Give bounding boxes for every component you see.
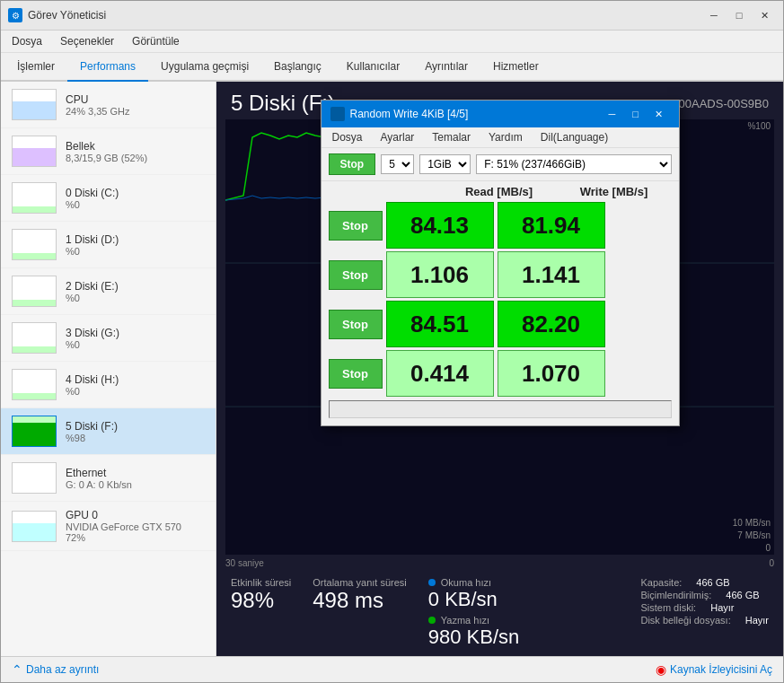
ethernet-info: Ethernet G: 0 A: 0 Kb/sn: [66, 467, 205, 490]
sidebar-item-ethernet[interactable]: Ethernet G: 0 A: 0 Kb/sn: [1, 455, 216, 502]
sidebar-item-disk1[interactable]: 1 Diski (D:) %0: [1, 222, 216, 268]
resource-monitor-link[interactable]: ◉ Kaynak İzleyicisini Aç: [656, 662, 772, 677]
ethernet-name: Ethernet: [66, 467, 205, 479]
disk4-info: 4 Diski (H:) %0: [66, 373, 205, 397]
disk0-thumb: [12, 182, 57, 214]
disk5-info: 5 Diski (F:) %98: [66, 420, 205, 443]
sidebar-item-disk0[interactable]: 0 Diski (C:) %0: [1, 175, 216, 222]
disk1-detail: %0: [66, 246, 205, 257]
bench-row-3: Stop 0.414 1.070: [329, 350, 672, 397]
disk3-detail: %0: [66, 339, 205, 350]
disk3-thumb: [12, 322, 57, 354]
disk0-detail: %0: [66, 199, 205, 210]
minimize-button[interactable]: ─: [702, 6, 726, 24]
dialog-menu-dil[interactable]: Dil(Language): [533, 129, 615, 145]
sidebar-item-bellek[interactable]: Bellek 8,3/15,9 GB (52%): [1, 128, 216, 175]
bench-read-2: 84.51: [386, 301, 494, 347]
col-read-header: Read [MB/s]: [445, 185, 553, 198]
gpu0-info: GPU 0 NVIDIA GeForce GTX 57072%: [66, 509, 205, 543]
dialog-menu: Dosya Ayarlar Temalar Yardım Dil(Languag…: [322, 127, 679, 148]
bench-row-0: Stop 84.13 81.94: [329, 202, 672, 249]
disk3-name: 3 Diski (G:): [66, 327, 205, 339]
disk5-detail: %98: [66, 433, 205, 443]
disk1-thumb: [12, 229, 57, 260]
disk1-name: 1 Diski (D:): [66, 233, 205, 246]
sidebar-item-disk3[interactable]: 3 Diski (G:) %0: [1, 315, 216, 362]
bench-read-0: 84.13: [386, 202, 494, 249]
bench-write-2: 82.20: [498, 301, 605, 347]
col-write-header: Write [MB/s]: [560, 185, 668, 198]
bellek-info: Bellek 8,3/15,9 GB (52%): [66, 140, 205, 163]
bottom-bar: ⌃ Daha az ayrıntı ◉ Kaynak İzleyicisini …: [1, 656, 783, 682]
gpu0-thumb: [12, 511, 57, 542]
tab-kullanicilar[interactable]: Kullanıcılar: [334, 53, 412, 82]
size-select[interactable]: 1GiB: [419, 154, 471, 174]
stop-btn-1[interactable]: Stop: [329, 260, 383, 290]
dialog-title-label: Random Write 4KiB [4/5]: [350, 108, 469, 120]
sidebar-item-cpu[interactable]: CPU 24% 3,35 GHz: [1, 82, 216, 128]
less-detail-link[interactable]: ⌃ Daha az ayrıntı: [12, 662, 99, 677]
dialog-controls: ─ □ ✕: [602, 106, 670, 122]
sidebar-item-disk2[interactable]: 2 Diski (E:) %0: [1, 268, 216, 315]
bellek-name: Bellek: [66, 140, 205, 153]
sidebar-item-disk5[interactable]: 5 Diski (F:) %98: [1, 408, 216, 455]
tab-baslangic[interactable]: Başlangıç: [261, 53, 334, 82]
dialog-close-btn[interactable]: ✕: [648, 106, 670, 122]
resource-icon: ◉: [656, 662, 666, 677]
window-title: Görev Yöneticisi: [28, 9, 702, 22]
sidebar-item-disk4[interactable]: 4 Diski (H:) %0: [1, 362, 216, 408]
stop-btn-0[interactable]: Stop: [329, 211, 383, 241]
tab-islemler[interactable]: İşlemler: [4, 53, 67, 82]
stop-btn-2[interactable]: Stop: [329, 310, 383, 339]
tab-hizmetler[interactable]: Hizmetler: [480, 53, 551, 82]
cpu-name: CPU: [66, 93, 205, 106]
dialog-minimize-btn[interactable]: ─: [602, 106, 623, 122]
dialog-title-icon: [330, 107, 345, 121]
gpu0-detail: NVIDIA GeForce GTX 57072%: [66, 521, 205, 543]
dialog-status-bar: [329, 400, 672, 418]
stop-btn-3[interactable]: Stop: [329, 359, 383, 389]
tab-ayrintilar[interactable]: Ayrıntılar: [412, 53, 480, 82]
dialog-menu-dosya[interactable]: Dosya: [325, 129, 370, 145]
disk0-name: 0 Diski (C:): [66, 187, 205, 199]
bellek-thumb: [12, 136, 57, 167]
cpu-detail: 24% 3,35 GHz: [66, 106, 205, 117]
tab-uygulama[interactable]: Uygulama geçmişi: [148, 53, 261, 82]
disk4-name: 4 Diski (H:): [66, 373, 205, 386]
bench-row-2: Stop 84.51 82.20: [329, 301, 672, 347]
menu-secenekler[interactable]: Seçenekler: [53, 32, 121, 50]
dialog-menu-temalar[interactable]: Temalar: [425, 129, 478, 145]
bench-write-0: 81.94: [498, 202, 605, 249]
drive-select[interactable]: F: 51% (237/466GiB): [476, 154, 671, 174]
dialog-maximize-btn[interactable]: □: [625, 106, 647, 122]
count-select[interactable]: 5: [381, 154, 414, 174]
menu-dosya[interactable]: Dosya: [4, 32, 49, 50]
disk5-thumb: [12, 416, 57, 447]
app-icon: ⚙: [8, 8, 22, 22]
bench-write-3: 1.070: [498, 350, 605, 397]
bench-read-3: 0.414: [386, 350, 494, 397]
disk0-info: 0 Diski (C:) %0: [66, 187, 205, 210]
disk4-thumb: [12, 369, 57, 400]
bellek-detail: 8,3/15,9 GB (52%): [66, 153, 205, 163]
maximize-button[interactable]: □: [727, 6, 751, 24]
cpu-info: CPU 24% 3,35 GHz: [66, 93, 205, 117]
disk2-detail: %0: [66, 293, 205, 303]
stop-button-top[interactable]: Stop: [329, 153, 376, 175]
dialog-body: Read [MB/s] Write [MB/s] Stop 84.13 81.9…: [322, 181, 679, 425]
ethernet-thumb: [12, 462, 57, 494]
disk4-detail: %0: [66, 386, 205, 397]
dialog-menu-yardim[interactable]: Yardım: [481, 129, 530, 145]
close-button[interactable]: ✕: [753, 6, 776, 24]
disk5-name: 5 Diski (F:): [66, 420, 205, 433]
disk2-thumb: [12, 276, 57, 307]
bench-row-1: Stop 1.106 1.141: [329, 251, 672, 298]
disk3-info: 3 Diski (G:) %0: [66, 327, 205, 350]
dialog-title-text: Random Write 4KiB [4/5]: [330, 107, 469, 121]
cpu-thumb: [12, 89, 57, 120]
tab-performans[interactable]: Performans: [67, 53, 148, 82]
dialog-overlay: Random Write 4KiB [4/5] ─ □ ✕ Dosya Ayar…: [216, 82, 783, 656]
dialog-menu-ayarlar[interactable]: Ayarlar: [374, 129, 422, 145]
menu-goruntule[interactable]: Görüntüle: [125, 32, 187, 50]
sidebar-item-gpu0[interactable]: GPU 0 NVIDIA GeForce GTX 57072%: [1, 502, 216, 551]
